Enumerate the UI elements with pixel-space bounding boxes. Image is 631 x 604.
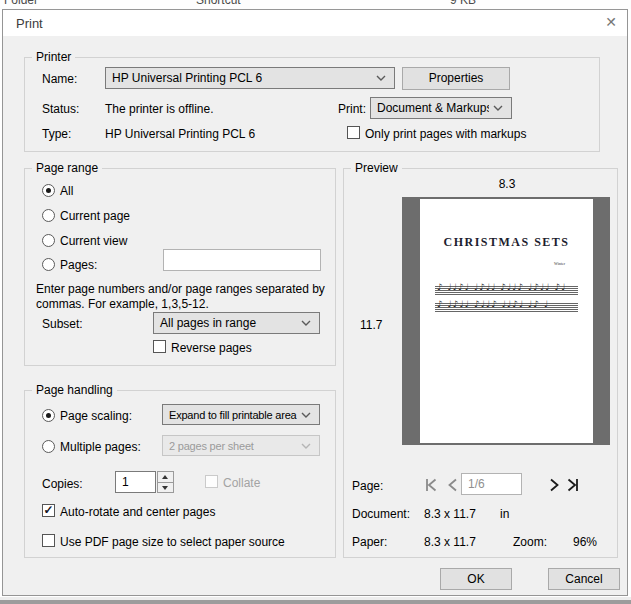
ok-button[interactable]: OK <box>440 568 512 590</box>
copies-label: Copies: <box>42 477 83 491</box>
range-current-page-radio[interactable] <box>42 209 55 222</box>
background-bottom-edge <box>0 600 631 604</box>
cancel-button[interactable]: Cancel <box>548 568 620 590</box>
chevron-down-icon <box>301 320 311 326</box>
range-all-label[interactable]: All <box>60 184 73 198</box>
arrow-down-icon <box>162 486 168 490</box>
page-scaling-combo[interactable]: Expand to fill printable area <box>162 404 320 425</box>
range-current-view-label[interactable]: Current view <box>60 234 127 248</box>
multiple-pages-value: 2 pages per sheet <box>163 440 297 452</box>
document-size-value: 8.3 x 11.7 <box>424 507 476 521</box>
range-current-page-label[interactable]: Current page <box>60 209 130 223</box>
multiple-pages-radio[interactable] <box>42 440 55 453</box>
pages-input[interactable] <box>163 249 321 271</box>
collate-label: Collate <box>223 476 260 490</box>
paper-size-value: 8.3 x 11.7 <box>424 535 476 549</box>
autorotate-checkbox[interactable]: ✓ <box>42 504 55 517</box>
preview-height-dimension: 11.7 <box>360 318 382 332</box>
range-pages-radio[interactable] <box>42 258 55 271</box>
multiple-pages-combo: 2 pages per sheet <box>162 435 320 456</box>
subset-combo[interactable]: All pages in range <box>153 312 320 334</box>
dialog-title: Print <box>16 16 43 31</box>
close-icon[interactable]: ✕ <box>600 12 622 32</box>
printer-status-label: Status: <box>42 102 79 116</box>
chevron-down-icon <box>301 412 311 418</box>
print-what-label: Print: <box>338 102 366 116</box>
stepper-down-button[interactable] <box>158 482 173 492</box>
subset-label: Subset: <box>42 317 83 331</box>
chevron-down-icon <box>301 443 311 449</box>
markups-only-checkbox[interactable] <box>347 126 360 139</box>
next-page-button[interactable] <box>546 477 562 493</box>
properties-button[interactable]: Properties <box>402 67 510 90</box>
page-scaling-value: Expand to fill printable area <box>163 409 297 421</box>
sheet-subtitle: Winter <box>554 261 565 266</box>
printer-status-value: The printer is offline. <box>105 102 214 116</box>
print-what-value: Document & Markups <box>371 101 489 115</box>
preview-page-thumbnail: CHRISTMAS SETS Winter ♪ ♩♩♪♩ ♩♪♩♩ ♪♩♩♪ ♩… <box>420 199 593 443</box>
pdf-page-size-label[interactable]: Use PDF page size to select paper source <box>60 535 285 549</box>
music-staff-2: ♪ ♩♪♩♩ ♪♩♩♪ ♩♩♪♩ ♩♪ ♩ <box>435 303 578 312</box>
music-staff-1: ♪ ♩♩♪♩ ♩♪♩♩ ♪♩♩♪ ♩♪♩♩ ♪♩ <box>435 286 578 295</box>
pdf-page-size-checkbox[interactable] <box>42 534 55 547</box>
music-notes-1: ♪ ♩♩♪♩ ♩♪♩♩ ♪♩♩♪ ♩♪♩♩ ♪♩ <box>437 282 566 292</box>
printer-name-label: Name: <box>42 72 77 86</box>
range-pages-label[interactable]: Pages: <box>60 258 97 272</box>
sheet-title: CHRISTMAS SETS <box>420 235 593 250</box>
subset-value: All pages in range <box>154 316 297 330</box>
page-scaling-radio[interactable] <box>42 409 55 422</box>
copies-input[interactable]: 1 <box>115 471 156 493</box>
collate-checkbox <box>205 475 218 488</box>
printer-name-combo[interactable]: HP Universal Printing PCL 6 <box>105 67 395 89</box>
background-left-fragment: Folder <box>4 0 38 7</box>
range-all-radio[interactable] <box>42 184 55 197</box>
dialog-titlebar <box>3 10 627 36</box>
printer-name-value: HP Universal Printing PCL 6 <box>106 71 372 85</box>
markups-only-label[interactable]: Only print pages with markups <box>365 127 526 141</box>
autorotate-label[interactable]: Auto-rotate and center pages <box>60 505 215 519</box>
first-page-button[interactable] <box>423 477 439 493</box>
background-window-strip: Folder Shortcut 9 KB <box>0 0 631 9</box>
print-what-combo[interactable]: Document & Markups <box>370 97 512 119</box>
document-size-unit: in <box>500 507 509 521</box>
stepper-up-button[interactable] <box>158 472 173 482</box>
previous-page-button[interactable] <box>445 477 461 493</box>
printer-type-value: HP Universal Printing PCL 6 <box>105 127 255 141</box>
paper-size-label: Paper: <box>352 535 387 549</box>
page-nav-label: Page: <box>352 479 383 493</box>
reverse-pages-checkbox[interactable] <box>153 340 166 353</box>
zoom-value: 96% <box>573 535 597 549</box>
printer-type-label: Type: <box>42 127 71 141</box>
preview-width-dimension: 8.3 <box>487 177 527 191</box>
page-number-input[interactable]: 1/6 <box>461 473 522 495</box>
page-handling-group-label: Page handling <box>32 383 117 397</box>
document-size-label: Document: <box>352 507 410 521</box>
chevron-down-icon <box>376 75 386 81</box>
range-help-line1: Enter page numbers and/or page ranges se… <box>36 282 325 296</box>
copies-stepper[interactable] <box>157 471 174 493</box>
page-range-group-label: Page range <box>32 161 102 175</box>
printer-group-label: Printer <box>32 50 75 64</box>
last-page-button[interactable] <box>565 477 581 493</box>
reverse-pages-label[interactable]: Reverse pages <box>171 341 252 355</box>
page-scaling-label[interactable]: Page scaling: <box>60 409 132 423</box>
multiple-pages-label[interactable]: Multiple pages: <box>60 440 141 454</box>
range-help-line2: commas. For example, 1,3,5-12. <box>36 297 209 311</box>
background-size-column: 9 KB <box>450 0 476 7</box>
print-dialog-screen: Folder Shortcut 9 KB Print ✕ Printer Nam… <box>0 0 631 604</box>
preview-group-label: Preview <box>351 161 402 175</box>
arrow-up-icon <box>162 475 168 479</box>
zoom-label: Zoom: <box>513 535 547 549</box>
chevron-down-icon <box>493 105 503 111</box>
range-current-view-radio[interactable] <box>42 234 55 247</box>
music-notes-2: ♪ ♩♪♩♩ ♪♩♩♪ ♩♩♪♩ ♩♪ ♩ <box>437 299 549 309</box>
background-type-column: Shortcut <box>196 0 241 7</box>
